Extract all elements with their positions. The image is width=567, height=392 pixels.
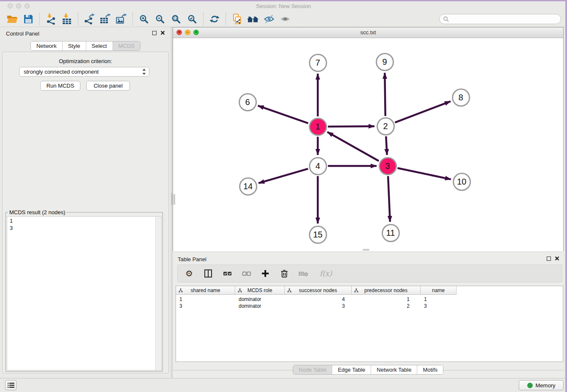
column-header-predecessor-nodes[interactable]: predecessor nodes: [352, 286, 421, 295]
column-header-name[interactable]: name: [421, 286, 457, 295]
canvas-vscroll-grip[interactable]: [173, 194, 175, 205]
tab-mcds[interactable]: MCDS: [113, 41, 140, 50]
refresh-button[interactable]: [206, 12, 223, 26]
table-row[interactable]: 3dominator323: [176, 303, 457, 309]
graph-edge-2-9[interactable]: [385, 73, 385, 116]
result-item[interactable]: 3: [7, 224, 161, 232]
graph-edge-1-6[interactable]: [258, 106, 308, 124]
mcds-result-title: MCDS result (2 nodes): [8, 209, 66, 215]
graph-node-14[interactable]: 14: [239, 177, 257, 196]
delete-column-button[interactable]: [279, 268, 289, 279]
eye-icon: [280, 14, 291, 25]
result-scrollbar[interactable]: [155, 217, 161, 370]
graph-node-15[interactable]: 15: [309, 226, 327, 244]
graph-node-8[interactable]: 8: [452, 88, 470, 107]
close-table-panel-icon[interactable]: [555, 256, 559, 261]
graph-node-1[interactable]: 1: [309, 118, 327, 136]
edge-layer: [173, 38, 563, 251]
import-table-button[interactable]: [59, 12, 75, 26]
task-history-button[interactable]: [5, 380, 17, 390]
column-sort-icon: [354, 288, 358, 293]
network-window: ✕ − + scc.txt 7968124314101511: [173, 27, 564, 251]
tab-edge-table[interactable]: Edge Table: [332, 365, 371, 374]
tab-motifs[interactable]: Motifs: [417, 365, 443, 374]
select-all-button[interactable]: [222, 268, 232, 279]
delete-table-button[interactable]: [298, 268, 308, 279]
graph-edge-3-1[interactable]: [328, 132, 379, 161]
graph-edge-2-3[interactable]: [386, 136, 387, 155]
float-table-panel-icon[interactable]: [547, 257, 551, 261]
tab-network[interactable]: Network: [31, 41, 62, 50]
column-header-MCDS-role[interactable]: MCDS role: [235, 286, 285, 295]
function-builder-button[interactable]: f(x): [317, 268, 334, 279]
network-canvas[interactable]: 7968124314101511: [173, 38, 563, 251]
network-window-title: scc.txt: [173, 29, 563, 36]
graph-node-7[interactable]: 7: [309, 54, 327, 72]
float-panel-icon[interactable]: [152, 31, 157, 35]
splitter-grip[interactable]: [171, 193, 172, 205]
show-columns-button[interactable]: [203, 268, 213, 279]
import-network-button[interactable]: [43, 12, 59, 26]
save-floppy-icon: [23, 14, 33, 24]
hide-selected-button[interactable]: [261, 12, 277, 26]
graph-node-9[interactable]: 9: [376, 53, 394, 71]
home-button[interactable]: [245, 12, 261, 26]
search-input[interactable]: [451, 15, 557, 22]
table-cell: 1: [352, 296, 421, 303]
close-panel-button[interactable]: Close panel: [86, 81, 130, 91]
table-settings-button[interactable]: ⚙: [184, 268, 194, 279]
window-border-right: [565, 0, 567, 392]
table-row[interactable]: 1dominator411: [176, 296, 457, 303]
save-session-button[interactable]: [20, 12, 36, 26]
network-window-titlebar[interactable]: ✕ − + scc.txt: [173, 28, 563, 38]
column-header-successor-nodes[interactable]: successor nodes: [285, 286, 352, 295]
export-table-button[interactable]: [97, 12, 113, 26]
tab-select[interactable]: Select: [86, 41, 113, 50]
zoom-in-button[interactable]: [136, 12, 152, 26]
graph-edge-4-14[interactable]: [259, 169, 308, 183]
export-network-button[interactable]: [81, 12, 97, 26]
toolbar-separator: [39, 13, 40, 25]
memory-button[interactable]: Memory: [519, 380, 564, 390]
tab-node-table[interactable]: Node Table: [293, 365, 332, 374]
optimization-criterion-label: Optimization criterion:: [3, 58, 168, 64]
canvas-hscroll-grip[interactable]: [363, 249, 369, 251]
graph-node-3[interactable]: 3: [379, 157, 397, 175]
graph-node-2[interactable]: 2: [377, 117, 395, 135]
zoom-fit-button[interactable]: [168, 12, 184, 26]
clone-network-button[interactable]: [229, 12, 245, 26]
trash-icon: [280, 269, 289, 278]
graph-edge-3-11[interactable]: [388, 176, 390, 222]
toolbar-separator: [132, 13, 133, 25]
mcds-result-fieldset: MCDS result (2 nodes) 13: [6, 209, 163, 372]
run-mcds-button[interactable]: Run MCDS: [40, 81, 80, 91]
result-item[interactable]: 1: [7, 217, 161, 224]
show-all-button[interactable]: [277, 12, 293, 26]
zoom-selected-icon: [187, 14, 197, 24]
node-table: shared name MCDS role successor nodes pr…: [176, 286, 563, 362]
graph-node-4[interactable]: 4: [309, 157, 327, 175]
tab-style[interactable]: Style: [62, 41, 86, 50]
deselect-all-button[interactable]: [241, 268, 251, 279]
graph-node-11[interactable]: 11: [382, 224, 400, 242]
export-image-button[interactable]: [113, 12, 129, 26]
table-cell: dominator: [235, 303, 285, 309]
column-sort-icon: [179, 288, 183, 293]
graph-node-10[interactable]: 10: [453, 173, 471, 191]
graph-node-6[interactable]: 6: [239, 93, 257, 111]
optimization-criterion-select[interactable]: strongly connected component: [19, 67, 149, 77]
dropdown-value: strongly connected component: [24, 69, 142, 75]
fx-icon: f(x): [319, 269, 332, 278]
open-session-button[interactable]: [4, 12, 20, 26]
zoom-out-button[interactable]: [152, 12, 168, 26]
column-header-label: successor nodes: [299, 287, 337, 293]
graph-edge-1-2[interactable]: [328, 126, 374, 127]
column-header-shared-name[interactable]: shared name: [176, 286, 235, 295]
graph-edge-3-10[interactable]: [398, 168, 451, 179]
close-panel-icon[interactable]: [160, 30, 165, 35]
add-column-button[interactable]: [260, 268, 270, 279]
column-sort-icon: [287, 288, 292, 293]
graph-edge-2-8[interactable]: [395, 101, 450, 122]
tab-network-table[interactable]: Network Table: [371, 365, 417, 374]
zoom-selected-button[interactable]: [184, 12, 200, 26]
